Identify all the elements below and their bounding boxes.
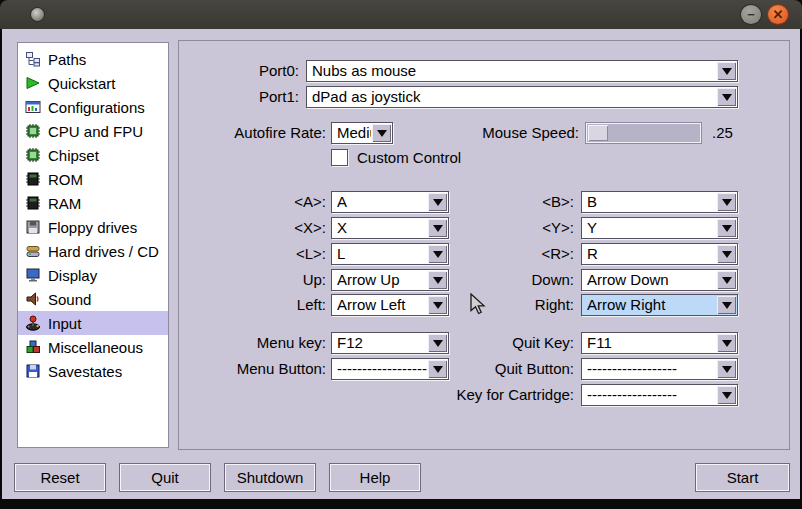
chevron-down-icon (722, 340, 732, 347)
quit-key-select[interactable]: F11 (581, 332, 738, 354)
shutdown-button[interactable]: Shutdown (224, 463, 316, 492)
key-for-cartridge-select[interactable]: ------------------ (581, 384, 738, 406)
sidebar-item-label: Input (48, 315, 81, 332)
close-button[interactable]: ✕ (768, 5, 788, 24)
dropdown-arrow-button[interactable] (717, 271, 736, 289)
key-r-label: <R>: (427, 243, 574, 265)
quit-button-select[interactable]: ------------------ (581, 358, 738, 380)
floppy-icon (25, 219, 41, 235)
sidebar-item-hard-drives-cd[interactable]: Hard drives / CD (18, 239, 168, 263)
configurations-icon (25, 99, 41, 115)
harddrive-icon (25, 243, 41, 259)
help-button[interactable]: Help (329, 463, 421, 492)
sidebar-item-sound[interactable]: Sound (18, 287, 168, 311)
sidebar-item-label: Quickstart (48, 75, 116, 92)
sidebar-item-savestates[interactable]: Savestates (18, 359, 168, 383)
sidebar-item-rom[interactable]: ROM (18, 167, 168, 191)
chevron-down-icon (722, 225, 732, 232)
mouse-speed-slider[interactable] (586, 123, 701, 143)
quickstart-icon (25, 75, 41, 91)
dropdown-arrow-button[interactable] (717, 88, 736, 106)
key-l-label: <L>: (199, 243, 326, 265)
titlebar[interactable]: − ✕ (0, 0, 802, 29)
sidebar-item-paths[interactable]: Paths (18, 47, 168, 71)
sidebar-item-configurations[interactable]: Configurations (18, 95, 168, 119)
key-b-label: <B>: (427, 191, 574, 213)
autofire-rate-select[interactable]: Medium (331, 122, 393, 144)
key-a-label: <A>: (199, 191, 326, 213)
mouse-speed-value: .25 (712, 122, 752, 144)
chevron-down-icon (722, 251, 732, 258)
sidebar-item-ram[interactable]: RAM (18, 191, 168, 215)
reset-button[interactable]: Reset (14, 463, 106, 492)
sidebar-item-label: Sound (48, 291, 91, 308)
chevron-down-icon (722, 199, 732, 206)
miscellaneous-icon (25, 339, 41, 355)
ram-icon (25, 195, 41, 211)
sidebar-item-display[interactable]: Display (18, 263, 168, 287)
close-icon: ✕ (773, 7, 784, 22)
key-down-select[interactable]: Arrow Down (581, 269, 738, 291)
dropdown-arrow-button[interactable] (717, 360, 736, 378)
chevron-down-icon (722, 366, 732, 373)
chevron-down-icon (722, 277, 732, 284)
sidebar-item-label: Configurations (48, 99, 145, 116)
start-button[interactable]: Start (695, 463, 790, 492)
port0-select[interactable]: Nubs as mouse (306, 60, 738, 82)
key-b-select[interactable]: B (581, 191, 738, 213)
key-r-select[interactable]: R (581, 243, 738, 265)
key-for-cartridge-label: Key for Cartridge: (427, 384, 574, 406)
custom-control-checkbox[interactable] (331, 149, 348, 166)
dropdown-arrow-button[interactable] (717, 219, 736, 237)
sidebar-item-floppy-drives[interactable]: Floppy drives (18, 215, 168, 239)
cpu-icon (25, 123, 41, 139)
paths-icon (25, 51, 41, 67)
port0-label: Port0: (199, 60, 299, 82)
sidebar-category-list[interactable]: Paths Quickstart Configurations CPU and … (17, 42, 169, 448)
dropdown-arrow-button[interactable] (372, 124, 391, 142)
window-content: Paths Quickstart Configurations CPU and … (2, 29, 800, 499)
sidebar-item-chipset[interactable]: Chipset (18, 143, 168, 167)
sidebar-item-label: Display (48, 267, 97, 284)
dropdown-arrow-button[interactable] (717, 245, 736, 263)
key-right-label: Right: (427, 294, 574, 316)
quit-button-label: Quit Button: (427, 358, 574, 380)
port1-select[interactable]: dPad as joystick (306, 86, 738, 108)
sidebar-item-label: ROM (48, 171, 83, 188)
mouse-speed-label: Mouse Speed: (429, 122, 579, 144)
input-settings-panel: Port0: Nubs as mouse Port1: dPad as joys… (178, 40, 790, 450)
sound-icon (25, 291, 41, 307)
sidebar-item-label: Miscellaneous (48, 339, 143, 356)
sidebar-item-label: Floppy drives (48, 219, 137, 236)
slider-handle[interactable] (588, 125, 608, 141)
key-left-label: Left: (199, 294, 326, 316)
chevron-down-icon (377, 130, 387, 137)
minimize-button[interactable]: − (741, 5, 761, 24)
dropdown-arrow-button[interactable] (717, 334, 736, 352)
sidebar-item-label: Hard drives / CD (48, 243, 159, 260)
key-down-label: Down: (427, 269, 574, 291)
menu-button-label: Menu Button: (199, 358, 326, 380)
dropdown-arrow-button[interactable] (717, 193, 736, 211)
sidebar-item-miscellaneous[interactable]: Miscellaneous (18, 335, 168, 359)
sidebar-item-label: RAM (48, 195, 81, 212)
chevron-down-icon (722, 302, 732, 309)
quit-button[interactable]: Quit (119, 463, 211, 492)
chipset-icon (25, 147, 41, 163)
dropdown-arrow-button[interactable] (717, 296, 736, 314)
sidebar-item-label: Chipset (48, 147, 99, 164)
chevron-down-icon (722, 392, 732, 399)
input-icon (25, 315, 41, 331)
key-x-label: <X>: (199, 217, 326, 239)
key-right-select[interactable]: Arrow Right (581, 294, 738, 316)
chevron-down-icon (722, 94, 732, 101)
port1-label: Port1: (199, 86, 299, 108)
dropdown-arrow-button[interactable] (717, 386, 736, 404)
key-y-label: <Y>: (427, 217, 574, 239)
sidebar-item-input[interactable]: Input (18, 311, 168, 335)
sidebar-item-cpu-and-fpu[interactable]: CPU and FPU (18, 119, 168, 143)
dropdown-arrow-button[interactable] (717, 62, 736, 80)
sidebar-item-label: CPU and FPU (48, 123, 143, 140)
sidebar-item-quickstart[interactable]: Quickstart (18, 71, 168, 95)
key-y-select[interactable]: Y (581, 217, 738, 239)
